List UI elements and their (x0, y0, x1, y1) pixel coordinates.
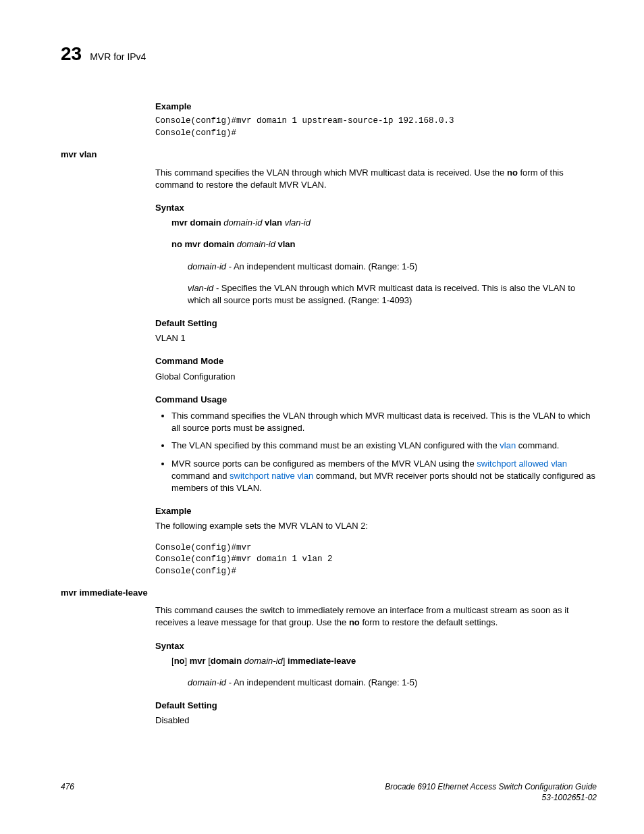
default-value: Disabled (155, 714, 597, 727)
heading-example: Example (155, 101, 597, 113)
heading-syntax: Syntax (155, 640, 597, 652)
link-vlan[interactable]: vlan (500, 440, 516, 450)
side-heading-mvr-immediate-leave: mvr immediate-leave (61, 587, 597, 599)
doc-number: 53-1002651-02 (385, 792, 597, 804)
side-heading-mvr-vlan: mvr vlan (61, 149, 597, 161)
chapter-title: MVR for IPv4 (90, 51, 146, 64)
heading-syntax: Syntax (155, 202, 597, 214)
page-header: 23 MVR for IPv4 (61, 41, 597, 67)
heading-example: Example (155, 505, 597, 517)
intro-paragraph: This command specifies the VLAN through … (155, 167, 597, 191)
heading-default-setting: Default Setting (155, 317, 597, 330)
code-block: Console(config)#mvr domain 1 upstream-so… (155, 115, 597, 139)
doc-title: Brocade 6910 Ethernet Access Switch Conf… (385, 781, 597, 793)
heading-command-mode: Command Mode (155, 355, 597, 367)
usage-list: This command specifies the VLAN through … (155, 410, 597, 494)
page-number: 476 (61, 781, 74, 804)
chapter-number: 23 (61, 41, 82, 67)
mode-value: Global Configuration (155, 371, 597, 383)
link-switchport-native-vlan[interactable]: switchport native vlan (230, 471, 313, 481)
example-intro: The following example sets the MVR VLAN … (155, 520, 597, 532)
usage-bullet-3: MVR source ports can be configured as me… (171, 458, 597, 495)
default-value: VLAN 1 (155, 332, 597, 344)
intro-paragraph: This command causes the switch to immedi… (155, 604, 597, 629)
heading-default-setting: Default Setting (155, 700, 597, 712)
syntax-line-1: mvr domain domain-id vlan vlan-id (171, 217, 597, 229)
section-example-1: Example Console(config)#mvr domain 1 ups… (155, 101, 597, 139)
page-footer: 476 Brocade 6910 Ethernet Access Switch … (61, 781, 597, 804)
code-block: Console(config)#mvr Console(config)#mvr … (155, 542, 597, 578)
heading-command-usage: Command Usage (155, 394, 597, 406)
syntax-param: domain-id - An independent multicast dom… (188, 677, 597, 689)
syntax-line: [no] mvr [domain domain-id] immediate-le… (171, 655, 597, 667)
syntax-param-1: domain-id - An independent multicast dom… (188, 261, 597, 273)
section-mvr-vlan: This command specifies the VLAN through … (155, 167, 597, 577)
footer-right: Brocade 6910 Ethernet Access Switch Conf… (385, 781, 597, 804)
link-switchport-allowed-vlan[interactable]: switchport allowed vlan (477, 459, 567, 469)
usage-bullet-2: The VLAN specified by this command must … (171, 440, 597, 452)
syntax-line-2: no mvr domain domain-id vlan (171, 238, 597, 251)
usage-bullet-1: This command specifies the VLAN through … (171, 410, 597, 434)
section-mvr-immediate-leave: This command causes the switch to immedi… (155, 604, 597, 727)
syntax-param-2: vlan-id - Specifies the VLAN through whi… (188, 282, 597, 307)
